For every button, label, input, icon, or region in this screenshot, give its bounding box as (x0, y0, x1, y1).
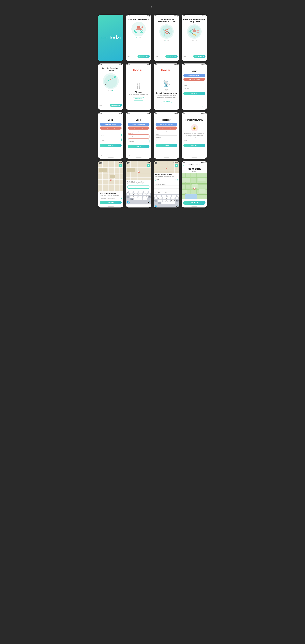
key-k[interactable]: k (145, 194, 148, 195)
kb-globe-icon[interactable]: 🌐 (127, 201, 130, 204)
skip-button[interactable]: SKIP (155, 56, 158, 57)
signin-button[interactable]: SIGN IN (183, 92, 205, 95)
key-i[interactable]: i (172, 195, 174, 197)
key-z[interactable]: z (158, 200, 160, 202)
address-input[interactable] (127, 186, 150, 188)
submit-button[interactable]: SUBMIT (183, 144, 205, 147)
key-space[interactable]: space (134, 198, 142, 200)
key-n[interactable]: n (143, 196, 145, 198)
back-arrow[interactable]: ‹ (128, 116, 149, 118)
key-s[interactable]: s (130, 194, 132, 195)
address-input[interactable] (100, 197, 122, 200)
signup-button[interactable]: SIGNUP (156, 144, 177, 147)
email-input[interactable] (129, 136, 148, 138)
email-input[interactable] (183, 139, 205, 142)
back-arrow[interactable]: ‹ (156, 116, 177, 118)
key-n[interactable]: n (171, 200, 173, 202)
key-backspace[interactable]: ⌫ (148, 196, 151, 198)
key-q[interactable]: q (126, 191, 128, 193)
key-o[interactable]: o (146, 191, 148, 193)
facebook-button[interactable]: Sign In with Facebook (156, 123, 177, 126)
password-input[interactable] (156, 136, 177, 139)
google-button[interactable]: Sign In with Google (128, 126, 149, 130)
password-input[interactable] (129, 141, 148, 142)
try-again-button[interactable]: TRY AGAIN (161, 100, 172, 103)
key-m[interactable]: m (145, 196, 148, 198)
skip-button[interactable]: SKIP (127, 56, 130, 57)
google-button[interactable]: Sign In with Google (156, 126, 177, 130)
key-w[interactable]: w (157, 195, 159, 197)
get-started-button[interactable]: GET STARTED (165, 55, 178, 58)
back-arrow[interactable]: ‹ (183, 116, 205, 118)
key-u[interactable]: u (141, 191, 143, 193)
location-button[interactable]: ➤ (147, 164, 150, 167)
location-button[interactable]: ➤ (175, 164, 178, 167)
key-r[interactable]: r (134, 191, 136, 193)
key-e[interactable]: e (159, 195, 161, 197)
close-button[interactable]: ✕ (127, 162, 129, 164)
key-p[interactable]: p (149, 191, 151, 193)
back-arrow[interactable]: ‹ (100, 116, 122, 118)
kb-mic-icon[interactable]: 🎤 (147, 201, 150, 204)
key-p[interactable]: p (177, 195, 179, 197)
back-arrow[interactable]: ‹ (183, 67, 205, 69)
key-w[interactable]: w (129, 191, 131, 193)
key-f[interactable]: f (163, 197, 165, 199)
search-result-item[interactable]: New York, Ny, USA (154, 183, 179, 186)
search-result-item[interactable]: New Zealand (154, 188, 179, 192)
get-started-button[interactable]: GET STARTED (193, 55, 206, 58)
key-shift[interactable]: ⇧ (154, 200, 157, 202)
key-x[interactable]: x (160, 200, 162, 202)
key-a[interactable]: a (155, 197, 157, 199)
key-e[interactable]: e (131, 191, 133, 193)
key-q[interactable]: q (154, 195, 156, 197)
forgot-password-link[interactable]: Forgot password? (100, 154, 108, 156)
key-j[interactable]: j (143, 194, 145, 195)
skip-button[interactable]: SKIP (99, 104, 102, 106)
key-h[interactable]: h (168, 197, 170, 199)
key-u[interactable]: u (169, 195, 171, 197)
confirm-button[interactable]: CONFIRM (183, 201, 206, 204)
google-button[interactable]: Login with Google (100, 126, 122, 130)
register-link[interactable]: Register (145, 154, 149, 156)
close-button[interactable]: ✕ (155, 162, 157, 164)
close-button[interactable]: ✕ (99, 162, 101, 164)
password-input[interactable] (101, 140, 120, 141)
confirm-button[interactable]: CONFIRM (100, 201, 122, 204)
key-return[interactable]: return (143, 198, 147, 200)
key-r[interactable]: r (162, 195, 164, 197)
key-b[interactable]: b (168, 200, 170, 202)
key-d[interactable]: d (132, 194, 135, 195)
forgot-password-link[interactable]: Forgot password? (128, 154, 136, 156)
key-t[interactable]: t (164, 195, 166, 197)
key-v[interactable]: v (165, 200, 168, 202)
try-again-button[interactable]: TRY AGAIN (133, 97, 144, 100)
search-input[interactable] (157, 179, 175, 180)
key-d[interactable]: d (160, 197, 162, 199)
location-button[interactable]: ➤ (119, 164, 122, 167)
search-result-item[interactable]: New Orleans, LA, USA (154, 192, 179, 194)
kb-globe-icon[interactable]: 🌐 (155, 204, 158, 207)
key-123[interactable]: 123 (130, 198, 133, 200)
facebook-button[interactable]: Sign In with Facebook (183, 74, 205, 77)
key-z[interactable]: z (130, 196, 132, 198)
key-space[interactable]: space (161, 202, 170, 204)
key-o[interactable]: o (174, 195, 176, 197)
key-123[interactable]: 123 (158, 202, 161, 204)
key-s[interactable]: s (158, 197, 160, 199)
register-link[interactable]: Register (201, 106, 205, 106)
key-i[interactable]: i (144, 191, 146, 193)
key-m[interactable]: m (173, 200, 175, 202)
phone-input[interactable] (156, 140, 177, 142)
signin-button[interactable]: SIGN IN (128, 145, 149, 148)
back-arrow[interactable]: ‹ (183, 164, 184, 166)
key-c[interactable]: c (163, 200, 165, 202)
key-a[interactable]: a (127, 194, 129, 195)
skip-button[interactable]: SKIP (183, 56, 186, 57)
key-l[interactable]: l (176, 197, 178, 199)
key-return[interactable]: return (170, 202, 175, 204)
key-b[interactable]: b (140, 196, 142, 198)
kb-mic-icon[interactable]: 🎤 (175, 204, 178, 207)
key-l[interactable]: l (148, 194, 150, 195)
password-input[interactable] (183, 88, 205, 90)
